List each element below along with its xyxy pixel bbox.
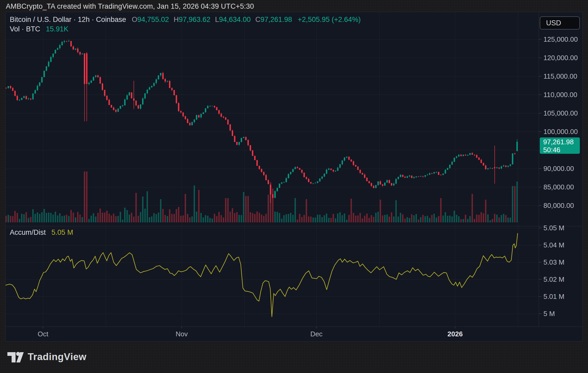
- indicator-value: 5.05 M: [51, 228, 73, 236]
- high-label: H: [173, 16, 179, 23]
- change-value: +2,505.95 (+2.64%): [298, 16, 361, 23]
- tradingview-logo-icon: [7, 350, 24, 364]
- last-price-badge: 97,261.98 50:46: [540, 137, 580, 154]
- close-value: 97,261.98: [261, 16, 292, 23]
- currency-toggle-button[interactable]: USD: [540, 16, 580, 30]
- page: { "header": { "text": "AMBCrypto_TA crea…: [0, 0, 588, 373]
- open-label: O: [132, 16, 137, 23]
- indicator-label: Accum/Dist: [10, 228, 46, 236]
- symbol-title: Bitcoin / U.S. Dollar · 12h · Coinbase: [10, 16, 126, 23]
- chart-canvas[interactable]: [6, 12, 583, 342]
- high-value: 97,963.62: [179, 16, 210, 23]
- symbol-legend: Bitcoin / U.S. Dollar · 12h · Coinbase O…: [10, 16, 361, 24]
- low-label: L: [215, 16, 219, 23]
- price-scale[interactable]: [539, 12, 583, 327]
- tradingview-logo-text: TradingView: [28, 351, 86, 362]
- chart-panel[interactable]: Bitcoin / U.S. Dollar · 12h · Coinbase O…: [5, 12, 583, 342]
- volume-label: Vol · BTC: [10, 25, 40, 33]
- low-value: 94,634.00: [219, 16, 251, 23]
- bar-countdown: 50:46: [543, 146, 580, 154]
- last-price-value: 97,261.98: [543, 138, 580, 146]
- time-scale[interactable]: [6, 327, 583, 342]
- close-label: C: [255, 16, 261, 23]
- volume-value: 15.91K: [46, 25, 69, 33]
- page-header: AMBCrypto_TA created with TradingView.co…: [6, 2, 254, 11]
- volume-legend: Vol · BTC 15.91K: [10, 25, 69, 33]
- open-value: 94,755.02: [137, 16, 169, 23]
- tradingview-logo[interactable]: TradingView: [7, 350, 86, 364]
- indicator-legend: Accum/Dist 5.05 M: [10, 228, 73, 237]
